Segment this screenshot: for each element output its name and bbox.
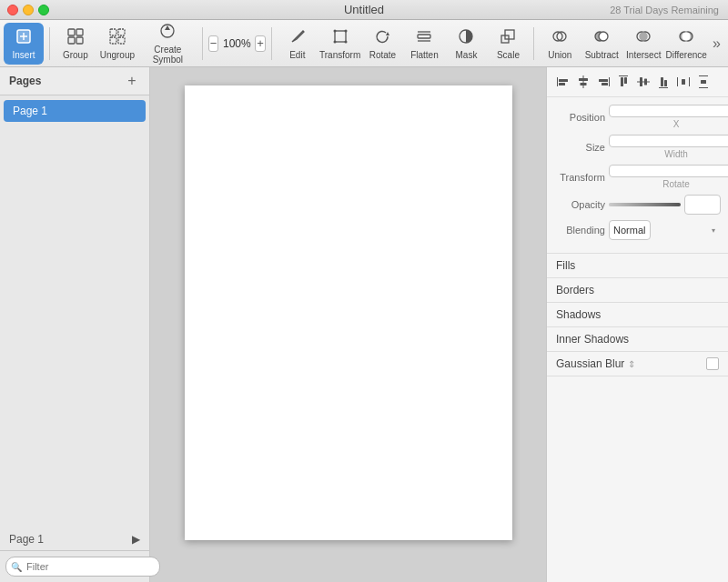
gaussian-blur-label: Gaussian Blur [556, 357, 624, 370]
svg-rect-35 [559, 83, 565, 85]
flatten-label: Flatten [410, 50, 439, 60]
zoom-out-button[interactable]: − [208, 35, 219, 52]
union-button[interactable]: Union [540, 23, 580, 65]
distribute-h-button[interactable] [674, 73, 693, 91]
pages-title: Pages [9, 75, 41, 87]
blending-select[interactable]: Normal [609, 220, 651, 240]
shadows-section-header[interactable]: Shadows [547, 303, 728, 327]
sidebar-header: Pages + [0, 67, 149, 95]
difference-button[interactable]: Difference [665, 23, 707, 65]
svg-rect-54 [699, 75, 708, 76]
ungroup-button[interactable]: Ungroup [97, 23, 137, 65]
rotate-input[interactable] [609, 165, 728, 177]
overflow-button[interactable]: » [709, 32, 724, 55]
svg-rect-24 [505, 30, 514, 39]
width-sublabel: Width [609, 149, 728, 159]
svg-rect-39 [609, 77, 610, 86]
intersect-label: Intersect [626, 50, 661, 60]
svg-rect-10 [118, 37, 125, 44]
x-input-group: X [609, 105, 728, 129]
position-row: Position X Y [554, 105, 721, 129]
svg-point-28 [599, 32, 608, 41]
intersect-button[interactable]: Intersect [623, 23, 663, 65]
svg-rect-37 [579, 78, 588, 81]
svg-rect-50 [664, 80, 667, 86]
sidebar: Pages + Page 1 Page 1 ▶ 🔍 ⊞ ✏ 1 [0, 67, 150, 582]
close-button[interactable] [7, 5, 18, 15]
shadows-label: Shadows [556, 308, 601, 321]
page-item[interactable]: Page 1 [4, 100, 146, 122]
maximize-button[interactable] [38, 5, 49, 15]
align-right-button[interactable] [594, 73, 612, 91]
align-bottom-button[interactable] [654, 73, 672, 91]
opacity-input[interactable] [684, 195, 721, 215]
flatten-button[interactable]: Flatten [404, 23, 444, 65]
width-input[interactable] [609, 135, 728, 147]
borders-label: Borders [556, 284, 594, 296]
mask-button[interactable]: Mask [446, 23, 486, 65]
zoom-in-button[interactable]: + [255, 35, 266, 52]
blending-row: Blending Normal ▾ [554, 220, 721, 240]
gaussian-blur-checkbox[interactable] [706, 357, 719, 370]
transform-button[interactable]: Transform [319, 23, 361, 65]
opacity-row: Opacity [554, 195, 721, 215]
scale-button[interactable]: Scale [488, 23, 528, 65]
edit-button[interactable]: Edit [278, 23, 318, 65]
insert-button[interactable]: Insert [4, 23, 44, 65]
alignment-toolbar [547, 67, 728, 97]
canvas-area[interactable] [150, 67, 546, 582]
svg-rect-51 [677, 77, 678, 86]
size-row: Size Width 🔒 Height [554, 135, 721, 159]
fills-section-header[interactable]: Fills [547, 254, 728, 278]
svg-marker-12 [165, 25, 170, 30]
main-layout: Pages + Page 1 Page 1 ▶ 🔍 ⊞ ✏ 1 [0, 67, 728, 582]
opacity-slider[interactable] [609, 203, 681, 206]
align-center-v-button[interactable] [634, 73, 652, 91]
blend-arrow-icon: ▾ [712, 226, 715, 235]
traffic-lights [7, 5, 49, 15]
rotate-button[interactable]: Rotate [362, 23, 402, 65]
trial-notice: 28 Trial Days Remaining [610, 5, 719, 15]
window-title: Untitled [344, 3, 384, 16]
toolbar-divider-2 [202, 27, 203, 60]
ungroup-icon [108, 27, 126, 48]
align-center-h-button[interactable] [574, 73, 592, 91]
filter-input[interactable] [5, 557, 160, 577]
svg-rect-34 [559, 79, 568, 82]
position-label: Position [554, 112, 605, 123]
scale-icon [499, 27, 517, 48]
svg-point-15 [344, 29, 347, 32]
borders-section-header[interactable]: Borders [547, 278, 728, 303]
svg-point-14 [333, 29, 336, 32]
svg-rect-47 [644, 79, 647, 85]
group-button[interactable]: Group [56, 23, 96, 65]
svg-rect-13 [335, 31, 346, 42]
right-panel: Position X Y Size Width 🔒 [546, 67, 728, 582]
svg-rect-5 [68, 37, 75, 44]
svg-rect-46 [640, 77, 642, 86]
blending-select-wrap: Normal ▾ [609, 220, 721, 240]
svg-rect-55 [699, 87, 708, 88]
toolbar-divider-1 [49, 27, 50, 60]
create-symbol-button[interactable]: Create Symbol [139, 23, 197, 65]
union-label: Union [548, 50, 571, 60]
subtract-button[interactable]: Subtract [581, 23, 622, 65]
x-input[interactable] [609, 105, 728, 117]
flatten-icon [415, 27, 433, 48]
intersect-icon [634, 27, 652, 48]
width-input-group: Width [609, 135, 728, 159]
distribute-v-button[interactable] [694, 73, 713, 91]
difference-icon [677, 27, 695, 48]
svg-rect-42 [619, 75, 628, 76]
sidebar-footer: 🔍 ⊞ ✏ 1 [0, 550, 149, 582]
svg-rect-44 [624, 77, 627, 84]
inner-shadows-section-header[interactable]: Inner Shadows [547, 327, 728, 352]
align-left-button[interactable] [554, 73, 572, 91]
folder-arrow-icon: ▶ [132, 533, 140, 546]
svg-rect-49 [661, 77, 663, 86]
align-top-button[interactable] [614, 73, 632, 91]
add-page-button[interactable]: + [124, 73, 140, 89]
transform-label: Transform [554, 172, 605, 183]
difference-label: Difference [665, 50, 706, 60]
minimize-button[interactable] [23, 5, 34, 15]
